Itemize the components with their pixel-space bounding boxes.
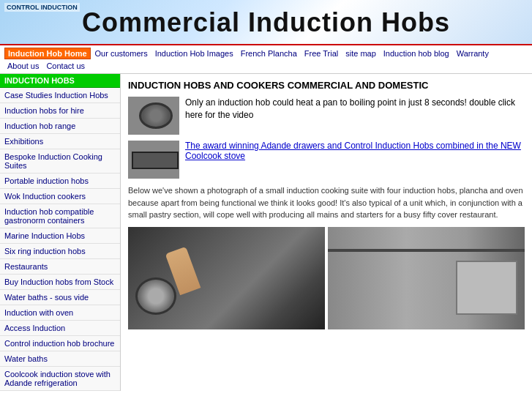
sidebar-item-portable[interactable]: Portable induction hobs — [0, 174, 120, 189]
sidebar-item-induction-oven[interactable]: Induction with oven — [0, 305, 120, 321]
sidebar-item-case-studies[interactable]: Case Studies Induction Hobs — [0, 88, 120, 103]
sidebar-header: INDUCTION HOBS — [0, 74, 120, 88]
nav-home[interactable]: Induction Hob Home — [4, 48, 91, 59]
nav-plancha[interactable]: French Plancha — [238, 48, 300, 59]
nav-about[interactable]: About us — [4, 61, 42, 71]
nav-blog[interactable]: Induction hob blog — [381, 48, 452, 59]
page-header: CONTROL INDUCTION Commercial Induction H… — [0, 0, 532, 44]
sidebar-item-marine[interactable]: Marine Induction Hobs — [0, 228, 120, 244]
section-adande: The award winning Adande drawers and Con… — [128, 141, 525, 179]
adande-link[interactable]: The award winning Adande drawers and Con… — [185, 141, 521, 161]
sidebar-item-restaurants[interactable]: Restaurants — [0, 259, 120, 275]
sidebar-item-gastronorm[interactable]: Induction hob compatible gastronorm cont… — [0, 204, 120, 228]
nav-warranty[interactable]: Warranty — [454, 48, 492, 59]
sidebar-item-water-baths[interactable]: Water baths - sous vide — [0, 290, 120, 305]
sidebar-item-buy[interactable]: Buy Induction hobs from Stock — [0, 275, 120, 290]
sidebar-item-exhibitions[interactable]: Exhibitions — [0, 134, 120, 149]
bottom-images-row — [128, 227, 525, 329]
top-navigation: Induction Hob Home Our customers Inducti… — [0, 44, 532, 74]
thumb-image-1 — [128, 97, 179, 135]
section1-text: Only an induction hob could heat a pan t… — [185, 97, 525, 122]
sidebar-item-hire[interactable]: Induction hobs for hire — [0, 103, 120, 119]
section2-text-area: The award winning Adande drawers and Con… — [185, 141, 525, 161]
nav-contact[interactable]: Contact us — [43, 61, 88, 71]
main-content: INDUCTION HOBS AND COOKERS COMMERCIAL AN… — [121, 74, 532, 391]
nav-trial[interactable]: Free Trial — [301, 48, 341, 59]
main-layout: INDUCTION HOBS Case Studies Induction Ho… — [0, 74, 532, 391]
bottom-image-kitchen — [128, 227, 325, 329]
sidebar-item-wok[interactable]: Wok Induction cookers — [0, 189, 120, 204]
section1-text-area: Only an induction hob could heat a pan t… — [185, 97, 525, 122]
sidebar-item-coolcook[interactable]: Coolcook induction stove with Adande ref… — [0, 367, 120, 391]
sidebar-item-six-ring[interactable]: Six ring induction hobs — [0, 244, 120, 259]
section-video-promo: Only an induction hob could heat a pan t… — [128, 97, 525, 135]
sidebar-item-water-baths2[interactable]: Water baths — [0, 351, 120, 367]
nav-customers[interactable]: Our customers — [92, 48, 151, 59]
logo-text: CONTROL INDUCTION — [4, 3, 80, 12]
sidebar-item-range[interactable]: Induction hob range — [0, 119, 120, 134]
sidebar-item-brochure[interactable]: Control induction hob brochure — [0, 336, 120, 351]
nav-images[interactable]: Induction Hob Images — [152, 48, 236, 59]
description-text: Below we've shown a photograph of a smal… — [128, 184, 525, 221]
sidebar-item-bespoke[interactable]: Bespoke Induction Cooking Suites — [0, 149, 120, 174]
nav-sitemap[interactable]: site map — [342, 48, 379, 59]
content-page-title: INDUCTION HOBS AND COOKERS COMMERCIAL AN… — [128, 80, 525, 91]
sidebar: INDUCTION HOBS Case Studies Induction Ho… — [0, 74, 121, 391]
page-title: Commercial Induction Hobs — [0, 7, 532, 38]
sidebar-item-access[interactable]: Access Induction — [0, 321, 120, 336]
thumb-image-2 — [128, 141, 179, 179]
bottom-image-equipment — [328, 227, 525, 329]
